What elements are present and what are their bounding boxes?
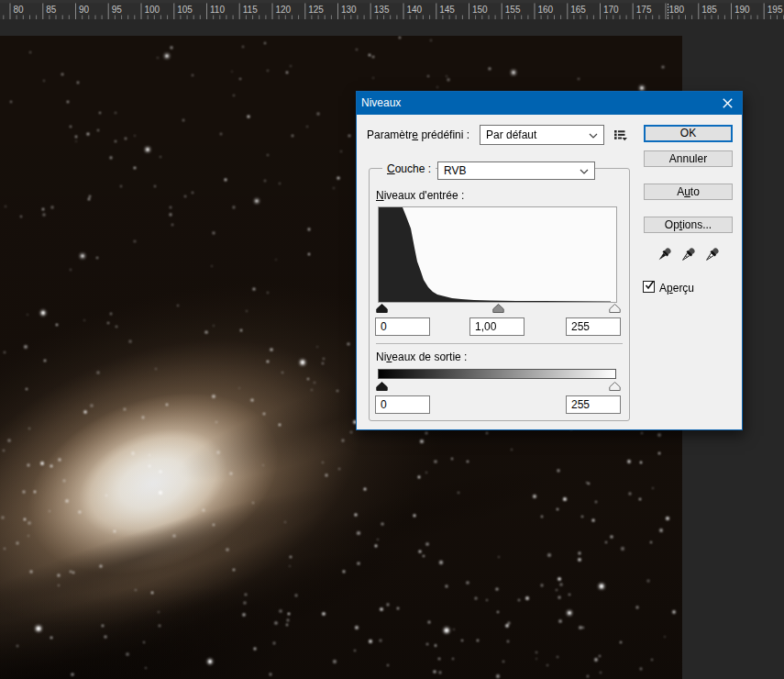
svg-text:115: 115 bbox=[243, 5, 258, 15]
svg-text:160: 160 bbox=[538, 5, 554, 15]
svg-text:140: 140 bbox=[407, 5, 423, 15]
svg-text:165: 165 bbox=[570, 5, 586, 15]
svg-text:130: 130 bbox=[341, 5, 357, 15]
svg-text:125: 125 bbox=[308, 5, 324, 15]
svg-text:100: 100 bbox=[145, 5, 160, 15]
svg-text:85: 85 bbox=[46, 5, 57, 15]
svg-text:110: 110 bbox=[210, 5, 225, 15]
svg-text:170: 170 bbox=[603, 5, 619, 15]
svg-text:175: 175 bbox=[636, 5, 652, 15]
svg-text:150: 150 bbox=[472, 5, 488, 15]
svg-text:80: 80 bbox=[14, 5, 25, 15]
svg-text:180: 180 bbox=[669, 5, 685, 15]
svg-text:105: 105 bbox=[177, 5, 193, 15]
svg-text:195: 195 bbox=[767, 5, 783, 15]
svg-text:95: 95 bbox=[112, 5, 123, 15]
svg-text:185: 185 bbox=[701, 5, 717, 15]
svg-text:190: 190 bbox=[734, 5, 750, 15]
svg-text:90: 90 bbox=[79, 5, 90, 15]
svg-text:120: 120 bbox=[276, 5, 292, 15]
svg-text:135: 135 bbox=[374, 5, 390, 15]
svg-text:145: 145 bbox=[439, 5, 455, 15]
svg-text:155: 155 bbox=[505, 5, 521, 15]
